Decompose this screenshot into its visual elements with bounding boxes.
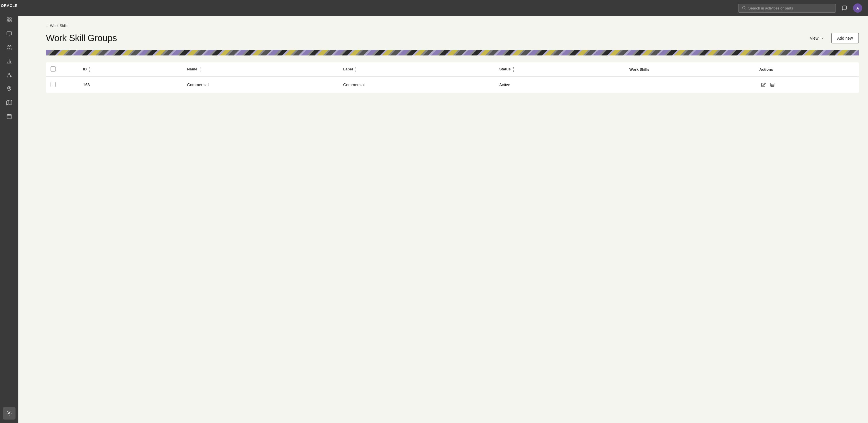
sidebar: ORACLE <box>0 0 19 423</box>
svg-line-17 <box>9 74 11 76</box>
name-sort-icon[interactable] <box>199 67 201 72</box>
breadcrumb[interactable]: ↑ Work Skills <box>46 23 859 28</box>
header-name: Name <box>183 62 339 77</box>
id-sort-icon[interactable] <box>89 67 90 72</box>
search-icon <box>742 6 746 11</box>
sidebar-item-calendar[interactable] <box>3 110 16 123</box>
row-label: Commercial <box>339 77 495 93</box>
svg-point-7 <box>8 46 9 47</box>
header-work-skills: Work Skills <box>625 62 755 77</box>
svg-rect-29 <box>771 83 774 86</box>
main-content: ↑ Work Skills Work Skill Groups View Add… <box>37 16 868 423</box>
svg-marker-19 <box>7 100 12 105</box>
edit-button[interactable] <box>760 81 768 88</box>
header-actions: View Add new <box>806 33 859 44</box>
table-header-row: ID Name Label Status <box>46 62 859 77</box>
breadcrumb-label: Work Skills <box>50 24 68 28</box>
row-actions <box>755 77 859 93</box>
svg-line-16 <box>7 74 9 76</box>
sidebar-item-location[interactable] <box>3 82 16 95</box>
svg-point-14 <box>7 76 8 77</box>
table-row: 163 Commercial Commercial Active <box>46 77 859 93</box>
svg-point-27 <box>743 6 745 9</box>
topbar: A <box>19 0 868 16</box>
page-header: Work Skill Groups View Add new <box>46 33 859 44</box>
user-avatar[interactable]: A <box>853 3 862 12</box>
label-sort-icon[interactable] <box>355 67 356 72</box>
row-status: Active <box>495 77 625 93</box>
row-id: 163 <box>79 77 182 93</box>
view-button[interactable]: View <box>806 34 828 43</box>
svg-line-28 <box>745 8 746 9</box>
svg-rect-3 <box>10 20 11 22</box>
svg-rect-22 <box>7 114 11 119</box>
svg-point-26 <box>9 413 10 414</box>
header-id: ID <box>79 62 182 77</box>
sidebar-item-map[interactable] <box>3 96 16 109</box>
sidebar-item-analytics[interactable] <box>3 55 16 67</box>
status-sort-icon[interactable] <box>513 67 514 72</box>
header-actions-col: Actions <box>755 62 859 77</box>
sidebar-item-routing[interactable] <box>3 69 16 81</box>
sidebar-item-dashboard[interactable] <box>3 13 16 26</box>
add-new-button[interactable]: Add new <box>831 33 859 44</box>
table-container: ID Name Label Status <box>46 62 859 93</box>
svg-rect-1 <box>10 18 11 20</box>
svg-point-13 <box>9 73 9 74</box>
svg-rect-4 <box>7 32 12 35</box>
svg-point-15 <box>10 76 11 77</box>
header-status: Status <box>495 62 625 77</box>
row-name: Commercial <box>183 77 339 93</box>
app-logo: ORACLE <box>0 3 20 8</box>
decorative-banner <box>46 50 859 55</box>
row-work-skills <box>625 77 755 93</box>
select-all-checkbox[interactable] <box>51 66 56 72</box>
header-checkbox-col <box>46 62 79 77</box>
svg-rect-0 <box>7 18 9 20</box>
search-input[interactable] <box>748 6 832 10</box>
work-skill-groups-table: ID Name Label Status <box>46 62 859 93</box>
chevron-down-icon <box>820 36 824 40</box>
svg-point-18 <box>9 87 10 88</box>
sidebar-item-team[interactable] <box>3 41 16 54</box>
svg-rect-2 <box>7 20 9 22</box>
sidebar-item-monitor[interactable] <box>3 27 16 40</box>
page-title: Work Skill Groups <box>46 33 117 44</box>
view-detail-button[interactable] <box>768 81 776 88</box>
search-box[interactable] <box>738 4 836 12</box>
row-checkbox-cell <box>46 77 79 93</box>
svg-point-8 <box>10 46 11 47</box>
chat-button[interactable] <box>839 3 849 13</box>
breadcrumb-arrow-icon: ↑ <box>46 23 48 28</box>
sidebar-item-settings[interactable] <box>3 407 16 420</box>
header-label: Label <box>339 62 495 77</box>
row-checkbox[interactable] <box>51 82 56 87</box>
